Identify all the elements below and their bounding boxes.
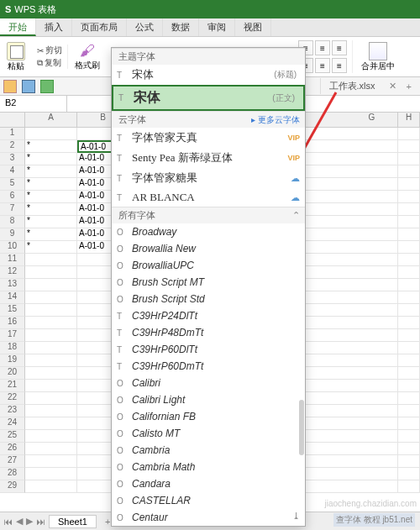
cell[interactable] [346, 430, 398, 443]
tab-start[interactable]: 开始 [0, 18, 36, 36]
cell[interactable] [346, 140, 398, 153]
file-tab[interactable]: 工作表.xlsx [320, 78, 384, 94]
row-header[interactable]: 8 [0, 216, 25, 228]
open-file-icon[interactable] [22, 80, 35, 93]
font-item[interactable]: T宋体(正文) [112, 85, 305, 111]
sheet-nav-first[interactable]: ⏮ [3, 517, 13, 527]
cell[interactable] [25, 405, 77, 417]
cell[interactable] [398, 304, 420, 317]
cell[interactable] [398, 254, 420, 266]
cell[interactable] [346, 241, 398, 254]
row-header[interactable]: 26 [0, 443, 25, 455]
font-item[interactable]: OCalibri Light [112, 391, 305, 408]
cell[interactable] [398, 380, 420, 392]
align-right-button[interactable]: ≡ [332, 58, 347, 73]
row-header[interactable]: 18 [0, 342, 25, 354]
cell[interactable] [25, 380, 77, 392]
copy-button[interactable]: ⧉复制 [37, 57, 62, 69]
cell[interactable] [398, 367, 420, 380]
cell[interactable] [25, 392, 77, 405]
row-header[interactable]: 17 [0, 329, 25, 342]
font-item[interactable]: T字体管家糖果☁ [112, 168, 305, 188]
cell[interactable] [346, 480, 398, 493]
cell[interactable] [346, 455, 398, 468]
cell[interactable] [398, 455, 420, 468]
cell[interactable] [346, 317, 398, 329]
tab-data[interactable]: 数据 [163, 18, 199, 36]
cell[interactable] [398, 392, 420, 405]
cell[interactable] [25, 480, 77, 493]
cell[interactable] [398, 405, 420, 417]
cell[interactable] [346, 443, 398, 455]
paste-button[interactable]: 粘贴 [3, 40, 29, 74]
cell[interactable] [398, 241, 420, 254]
cell[interactable] [346, 216, 398, 228]
cell[interactable] [25, 279, 77, 291]
cell[interactable] [398, 178, 420, 191]
row-header[interactable]: 25 [0, 430, 25, 443]
row-header[interactable]: 12 [0, 266, 25, 279]
cell[interactable] [398, 203, 420, 216]
name-box[interactable]: B2 [0, 96, 67, 112]
col-header-a[interactable]: A [25, 113, 77, 127]
cell[interactable] [25, 254, 77, 266]
cell[interactable] [25, 468, 77, 480]
cell[interactable] [398, 128, 420, 140]
cell[interactable] [25, 417, 77, 430]
cell[interactable] [346, 191, 398, 203]
font-item[interactable]: OBrush Script Std [112, 291, 305, 307]
cell[interactable] [346, 165, 398, 178]
row-header[interactable]: 28 [0, 468, 25, 480]
cell[interactable]: * [25, 165, 77, 178]
row-header[interactable]: 13 [0, 279, 25, 291]
cell[interactable] [346, 342, 398, 354]
row-header[interactable]: 3 [0, 153, 25, 165]
cell[interactable] [398, 443, 420, 455]
cell[interactable] [398, 266, 420, 279]
cell[interactable] [346, 329, 398, 342]
row-header[interactable]: 14 [0, 291, 25, 304]
add-file-button[interactable]: + [402, 81, 417, 92]
cell[interactable] [398, 417, 420, 430]
cell[interactable] [346, 128, 398, 140]
col-header-g[interactable]: G [346, 113, 398, 127]
tab-insert[interactable]: 插入 [36, 18, 72, 36]
cell[interactable] [25, 291, 77, 304]
row-header[interactable]: 11 [0, 254, 25, 266]
font-item[interactable]: TC39HrP24DlTt [112, 307, 305, 324]
tab-review[interactable]: 审阅 [199, 18, 235, 36]
cell[interactable] [25, 266, 77, 279]
cell[interactable] [346, 304, 398, 317]
font-item[interactable]: T宋体(标题) [112, 65, 305, 85]
font-item[interactable]: OCandara [112, 475, 305, 492]
row-header[interactable]: 24 [0, 417, 25, 430]
cell[interactable]: * [25, 140, 77, 153]
cell[interactable] [398, 480, 420, 493]
font-item[interactable]: OCalifornian FB [112, 408, 305, 425]
font-item[interactable]: OCalibri [112, 375, 305, 391]
cell[interactable]: * [25, 191, 77, 203]
cell[interactable] [398, 291, 420, 304]
save-file-icon[interactable] [40, 80, 54, 93]
cell[interactable] [346, 405, 398, 417]
cell[interactable] [346, 354, 398, 367]
row-header[interactable]: 22 [0, 392, 25, 405]
cell[interactable] [25, 342, 77, 354]
row-header[interactable]: 7 [0, 203, 25, 216]
cell[interactable] [25, 430, 77, 443]
row-header[interactable]: 16 [0, 317, 25, 329]
cell[interactable] [398, 216, 420, 228]
cell[interactable] [25, 329, 77, 342]
row-header[interactable]: 6 [0, 191, 25, 203]
cell[interactable]: * [25, 241, 77, 254]
font-item[interactable]: TC39HrP60DmTt [112, 358, 305, 375]
cell[interactable] [346, 254, 398, 266]
cell[interactable] [398, 191, 420, 203]
row-header[interactable]: 1 [0, 128, 25, 140]
close-file-button[interactable]: ✕ [389, 81, 396, 92]
cell[interactable] [346, 178, 398, 191]
cell[interactable] [25, 443, 77, 455]
collapse-icon[interactable]: ⌃ [292, 210, 300, 221]
row-header[interactable]: 23 [0, 405, 25, 417]
cell[interactable] [346, 367, 398, 380]
